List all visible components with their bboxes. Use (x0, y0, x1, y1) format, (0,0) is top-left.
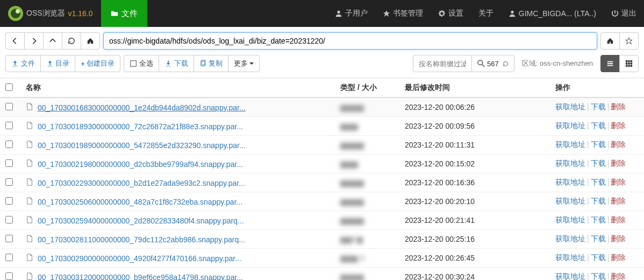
nav-user[interactable]: GIMC_BIGDA... (LTA..) (501, 0, 604, 27)
op-delete[interactable]: 删除 (611, 272, 626, 280)
header-type-size[interactable]: 类型 / 大小 (335, 79, 399, 98)
table-row[interactable]: 00_1703002506000000000_482a7c1f8c732eba.… (0, 192, 644, 211)
table-row[interactable]: 00_1703001683000000000_1e24db944da8902d.… (0, 97, 644, 117)
svg-rect-7 (626, 62, 628, 65)
op-delete[interactable]: 删除 (611, 159, 626, 167)
table-row[interactable]: 00_1703001893000000000_72c26872a21f88e3.… (0, 117, 644, 136)
download-button[interactable]: 下载 (159, 55, 194, 72)
more-button[interactable]: 更多 (228, 55, 260, 72)
gear-icon (438, 10, 446, 17)
table-row[interactable]: 00_1703002811000000000_79dc112c2abb986.s… (0, 230, 644, 249)
op-download[interactable]: 下载 (591, 197, 606, 205)
file-name-link[interactable]: 00_1703001683000000000_1e24db944da8902d.… (38, 103, 246, 112)
nav-up-button[interactable] (43, 32, 62, 50)
op-delete[interactable]: 删除 (611, 178, 626, 186)
header-name[interactable]: 名称 (20, 79, 335, 98)
file-name-link[interactable]: 00_1703002811000000000_79dc112c2abb986.s… (38, 235, 245, 244)
op-delete[interactable]: 删除 (611, 140, 626, 149)
row-checkbox[interactable] (5, 122, 13, 129)
row-checkbox[interactable] (5, 254, 13, 261)
upload-dir-button[interactable]: 目录 (40, 55, 76, 72)
nav-subuser[interactable]: 子用户 (327, 0, 375, 27)
file-name-link[interactable]: 00_1703003120000000000_b9ef6ce958a14798.… (38, 273, 243, 281)
filter-input[interactable] (413, 55, 472, 72)
mkdir-button[interactable]: + 创建目录 (75, 55, 120, 72)
refresh-button[interactable] (62, 32, 81, 50)
file-name-link[interactable]: 00_1703002198000000000_d2cb3bbe9799af94.… (38, 160, 243, 169)
op-download[interactable]: 下载 (591, 121, 606, 130)
op-delete[interactable]: 删除 (611, 234, 626, 243)
file-size: ▆▆▆▆ (340, 178, 364, 187)
op-download[interactable]: 下载 (591, 159, 606, 167)
op-delete[interactable]: 删除 (611, 121, 626, 130)
nav-settings[interactable]: 设置 (431, 0, 471, 27)
file-name-link[interactable]: 00_1703002594000000000_2d28022833480f4.s… (38, 216, 244, 225)
op-get-address[interactable]: 获取地址 (555, 253, 585, 262)
row-checkbox[interactable] (5, 235, 13, 242)
external-home-button[interactable] (600, 32, 620, 50)
select-all-button[interactable]: 全选 (124, 55, 159, 72)
file-size: ▆▆▆▆ (340, 272, 364, 280)
file-name-link[interactable]: 00_1703001989000000000_5472855e2d323290.… (38, 141, 246, 150)
view-list-button[interactable] (600, 55, 620, 72)
copy-button[interactable]: 复制 (194, 55, 229, 72)
brand-version: v1.16.0 (68, 9, 93, 18)
op-download[interactable]: 下载 (591, 140, 606, 149)
header-modified[interactable]: 最后修改时间 (399, 79, 550, 98)
op-download[interactable]: 下载 (591, 102, 606, 111)
nav-logout[interactable]: 退出 (604, 0, 644, 27)
row-checkbox[interactable] (5, 159, 13, 167)
op-download[interactable]: 下载 (591, 215, 606, 224)
row-checkbox[interactable] (5, 141, 13, 148)
op-get-address[interactable]: 获取地址 (555, 178, 585, 186)
nav-forward-button[interactable] (24, 32, 44, 50)
op-get-address[interactable]: 获取地址 (555, 121, 585, 130)
file-name-link[interactable]: 00_1703002506000000000_482a7c1f8c732eba.… (38, 198, 242, 206)
op-download[interactable]: 下载 (591, 253, 606, 262)
op-delete[interactable]: 删除 (611, 253, 626, 262)
row-checkbox[interactable] (5, 178, 13, 186)
op-get-address[interactable]: 获取地址 (555, 102, 585, 111)
op-get-address[interactable]: 获取地址 (555, 272, 585, 280)
file-name-link[interactable]: 00_1703002293000000000_b2d1e27ada9e93c2.… (38, 179, 245, 187)
svg-rect-6 (631, 60, 633, 62)
op-delete[interactable]: 删除 (611, 102, 626, 111)
search-count-button[interactable]: 567 (471, 55, 514, 72)
bookmark-add-button[interactable] (619, 32, 639, 50)
op-get-address[interactable]: 获取地址 (555, 140, 585, 149)
nav-about[interactable]: 关于 (471, 0, 501, 27)
home-button[interactable] (81, 32, 100, 50)
row-checkbox[interactable] (5, 216, 13, 223)
row-checkbox[interactable] (5, 272, 13, 280)
table-row[interactable]: 00_1703002198000000000_d2cb3bbe9799af94.… (0, 155, 644, 173)
file-icon (26, 141, 33, 150)
row-checkbox[interactable] (5, 103, 13, 110)
table-row[interactable]: 00_1703002594000000000_2d28022833480f4.s… (0, 211, 644, 230)
op-get-address[interactable]: 获取地址 (555, 197, 585, 205)
op-get-address[interactable]: 获取地址 (555, 215, 585, 224)
table-row[interactable]: 00_1703003120000000000_b9ef6ce958a14798.… (0, 268, 644, 281)
op-download[interactable]: 下载 (591, 234, 606, 243)
tab-files[interactable]: 文件 (101, 0, 147, 27)
op-delete[interactable]: 删除 (611, 197, 626, 205)
op-download[interactable]: 下载 (591, 272, 606, 280)
op-download[interactable]: 下载 (591, 178, 606, 186)
select-all-checkbox[interactable] (5, 83, 13, 91)
op-get-address[interactable]: 获取地址 (555, 159, 585, 167)
table-row[interactable]: 00_1703002900000000000_4920f4277f470166.… (0, 249, 644, 268)
nav-back-button[interactable] (5, 32, 25, 50)
file-name-link[interactable]: 00_1703001893000000000_72c26872a21f88e3.… (38, 122, 243, 131)
upload-file-button[interactable]: 文件 (5, 55, 41, 72)
op-get-address[interactable]: 获取地址 (555, 234, 585, 243)
nav-subuser-label: 子用户 (345, 9, 368, 18)
address-input[interactable] (103, 32, 597, 50)
view-grid-button[interactable] (619, 55, 639, 72)
nav-bookmark[interactable]: 书签管理 (375, 0, 431, 27)
top-navbar: OSS浏览器 v1.16.0 文件 子用户 书签管理 设置 关于 GIMC_BI… (0, 0, 644, 27)
table-row[interactable]: 00_1703001989000000000_5472855e2d323290.… (0, 136, 644, 155)
file-name-link[interactable]: 00_1703002900000000000_4920f4277f470166.… (38, 254, 241, 263)
op-delete[interactable]: 删除 (611, 215, 626, 224)
row-checkbox[interactable] (5, 197, 13, 205)
user-icon (509, 10, 516, 17)
table-row[interactable]: 00_1703002293000000000_b2d1e27ada9e93c2.… (0, 173, 644, 192)
